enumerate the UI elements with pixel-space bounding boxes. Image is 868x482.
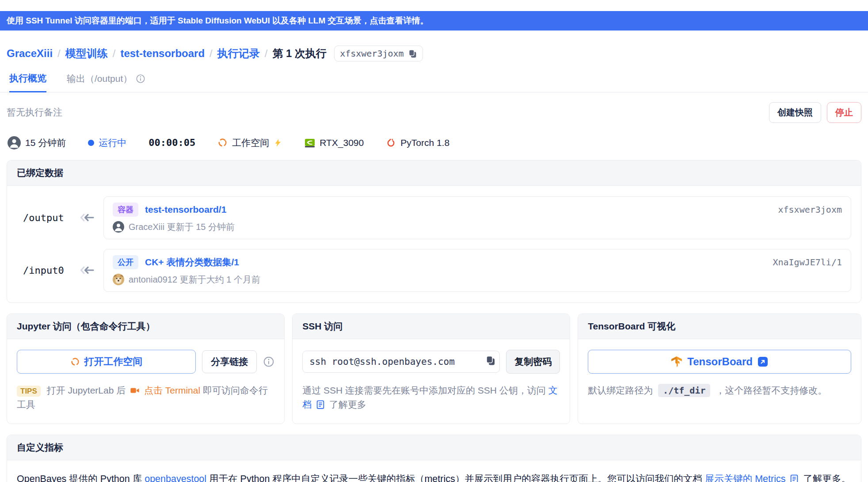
person-icon (8, 136, 21, 149)
framework-label: PyTorch 1.8 (400, 138, 449, 148)
run-id-text: xfsxwer3joxm (340, 48, 404, 59)
arrow-left-icon (80, 213, 95, 222)
user-avatar (8, 136, 21, 149)
tab-bar: 执行概览 输出（/output） (0, 72, 868, 92)
tensorboard-button-label: TensorBoard (687, 356, 753, 368)
bound-data-title: 已绑定数据 (7, 161, 861, 186)
binding-card: 容器 test-tensorboard/1 xfsxwer3joxm Grace… (103, 196, 851, 239)
copy-icon[interactable] (485, 355, 496, 368)
run-gpu: RTX_3090 (305, 138, 364, 148)
ssh-card-body: ssh root@ssh.openbayes.com 复制密码 通过 SSH 连… (293, 339, 570, 424)
copy-password-button[interactable]: 复制密码 (506, 350, 560, 374)
stop-button[interactable]: 停止 (827, 102, 861, 123)
external-link-icon (758, 356, 768, 367)
run-time-ago: 15 分钟前 (25, 137, 66, 149)
binding-owner-text: antonia0912 更新于大约 1 个月前 (129, 274, 260, 286)
share-link-button[interactable]: 分享链接 (202, 350, 257, 373)
binding-link[interactable]: test-tensorboard/1 (145, 204, 226, 215)
tensorboard-button[interactable]: TensorBoard (588, 350, 851, 374)
breadcrumb-separator: / (57, 47, 61, 60)
copy-icon[interactable] (408, 49, 417, 58)
pytorch-icon (386, 138, 396, 148)
binding-row-input0: /input0 公开 CK+ 表情分类数据集/1 XnaIgwJE7li/1 (17, 249, 851, 292)
info-icon (136, 74, 145, 84)
breadcrumb-runs[interactable]: 执行记录 (217, 46, 260, 61)
binding-owner-row: GraceXiii 更新于 15 分钟前 (113, 221, 842, 233)
binding-owner-row: antonia0912 更新于大约 1 个月前 (113, 274, 842, 286)
tb-note-post: ，这个路径暂不支持修改。 (716, 385, 827, 395)
breadcrumb-container[interactable]: test-tensorboard (120, 47, 205, 60)
document-icon (316, 400, 325, 409)
custom-metrics-panel: 自定义指标 OpenBayes 提供的 Python 库 openbayesto… (7, 435, 861, 482)
ssh-note-pre: 通过 SSH 连接需要先在账号中添加对应的 SSH 公钥，访问 (302, 385, 546, 395)
ssh-command-text: ssh root@ssh.openbayes.com (309, 356, 455, 367)
dog-avatar-image (113, 274, 124, 285)
ssh-card-title: SSH 访问 (293, 314, 570, 339)
binding-owner-text: GraceXiii 更新于 15 分钟前 (129, 221, 235, 233)
run-note: 暂无执行备注 (7, 106, 62, 119)
breadcrumb-model-training[interactable]: 模型训练 (65, 46, 108, 61)
workspace-label: 工作空间 (232, 137, 269, 149)
tab-overview[interactable]: 执行概览 (9, 72, 46, 92)
breadcrumb-separator: / (209, 47, 213, 60)
copy-icon (408, 49, 417, 58)
person-icon (113, 221, 124, 233)
info-icon[interactable] (263, 356, 274, 367)
custom-metrics-body: OpenBayes 提供的 Python 库 openbayestool 用于在… (7, 460, 861, 482)
binding-path: /output (23, 212, 71, 223)
binding-id: xfsxwer3joxm (778, 204, 842, 215)
run-state: 运行中 (88, 137, 126, 149)
breadcrumb-user[interactable]: GraceXiii (7, 47, 53, 60)
tensorboard-note: 默认绑定路径为 ./tf_dir ，这个路径暂不支持修改。 (588, 383, 851, 398)
tab-output-label: 输出（/output） (67, 73, 132, 85)
run-creator: 15 分钟前 (8, 136, 66, 149)
bound-data-body: /output 容器 test-tensorboard/1 xfsxwer3jo… (7, 186, 861, 302)
breadcrumb: GraceXiii / 模型训练 / test-tensorboard / 执行… (7, 46, 861, 61)
ssh-command-field[interactable]: ssh root@ssh.openbayes.com (302, 351, 500, 373)
run-state-label: 运行中 (99, 137, 126, 149)
binding-row-output: /output 容器 test-tensorboard/1 xfsxwer3jo… (17, 196, 851, 239)
tab-output[interactable]: 输出（/output） (67, 72, 145, 92)
tensorboard-card-title: TensorBoard 可视化 (578, 314, 861, 339)
jupyter-buttons: 打开工作空间 分享链接 (17, 350, 274, 374)
breadcrumb-separator: / (265, 47, 268, 60)
owner-avatar (113, 274, 124, 285)
ssh-card: SSH 访问 ssh root@ssh.openbayes.com 复制密码 通… (292, 314, 570, 424)
running-dot-icon (88, 140, 94, 146)
binding-link[interactable]: CK+ 表情分类数据集/1 (145, 256, 239, 268)
open-workspace-button[interactable]: 打开工作空间 (17, 350, 196, 374)
binding-info: 公开 CK+ 表情分类数据集/1 XnaIgwJE7li/1 (113, 255, 842, 269)
jupyter-card: Jupyter 访问（包含命令行工具） 打开工作空间 分享链接 TIPS (7, 314, 285, 424)
run-status-row: 15 分钟前 运行中 00:00:05 工作空间 RTX_3090 PyTorc… (8, 136, 861, 149)
arrow-left-icon (80, 266, 95, 275)
custom-metrics-title: 自定义指标 (7, 435, 861, 460)
click-terminal-link[interactable]: 点击 Terminal (144, 385, 200, 395)
metrics-text-1: OpenBayes 提供的 Python 库 (17, 474, 142, 482)
access-cards: Jupyter 访问（包含命令行工具） 打开工作空间 分享链接 TIPS (7, 314, 861, 424)
run-duration: 00:00:05 (148, 137, 195, 148)
announcement-banner[interactable]: 使用 SSH Tunnel 访问容器里的端口，适用于 Stable Diffus… (0, 11, 868, 31)
owner-avatar (113, 221, 124, 233)
tips-badge: TIPS (17, 386, 41, 397)
bound-data-panel: 已绑定数据 /output 容器 test-tensorboard/1 xfsx… (7, 160, 861, 303)
container-badge: 容器 (113, 203, 138, 217)
ssh-note: 通过 SSH 连接需要先在账号中添加对应的 SSH 公钥，访问 文档 了解更多 (302, 383, 560, 412)
gpu-label: RTX_3090 (320, 138, 364, 148)
metrics-text-3: 了解更多。 (803, 474, 851, 482)
run-resource-type: 工作空间 (217, 137, 282, 149)
run-id-badge[interactable]: xfsxwer3joxm (334, 46, 423, 61)
tips-text-pre: 打开 JupyterLab 后 (47, 385, 126, 395)
tensorboard-card-body: TensorBoard 默认绑定路径为 ./tf_dir ，这个路径暂不支持修改… (578, 339, 861, 409)
metrics-docs-link[interactable]: 展示关键的 Metrics (705, 474, 786, 482)
ssh-note-post: 了解更多 (329, 399, 366, 409)
jupyter-card-title: Jupyter 访问（包含命令行工具） (7, 314, 284, 339)
open-workspace-label: 打开工作空间 (84, 355, 143, 368)
announcement-text: 使用 SSH Tunnel 访问容器里的端口，适用于 Stable Diffus… (7, 15, 429, 27)
tensorflow-icon (671, 356, 682, 367)
lightning-icon (274, 138, 282, 148)
openbayestool-link[interactable]: openbayestool (145, 474, 206, 482)
create-snapshot-button[interactable]: 创建快照 (769, 102, 821, 123)
ssh-controls: ssh root@ssh.openbayes.com 复制密码 (302, 350, 560, 374)
video-icon (129, 386, 140, 395)
jupyter-card-body: 打开工作空间 分享链接 TIPS 打开 JupyterLab 后 点击 Term… (7, 339, 284, 424)
